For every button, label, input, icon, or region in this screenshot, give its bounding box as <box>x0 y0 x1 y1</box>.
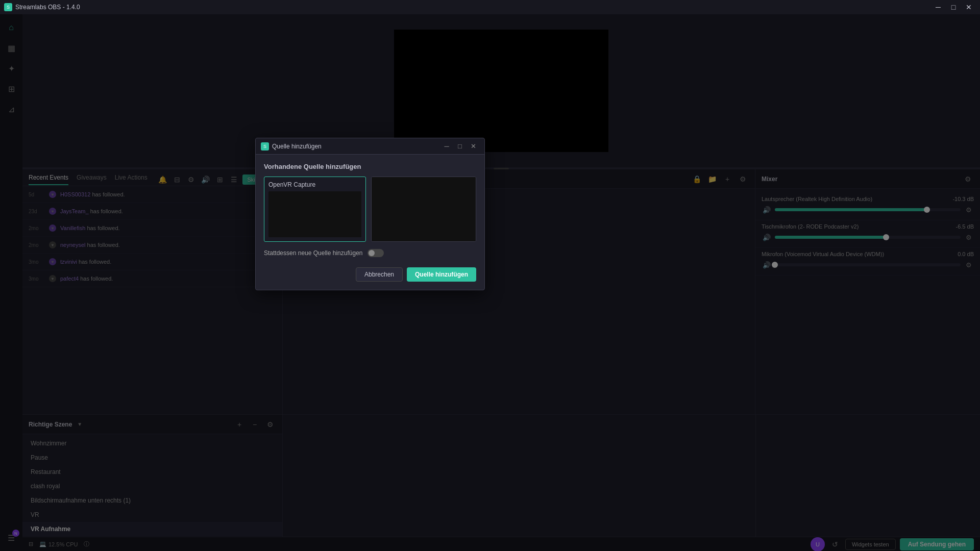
dialog-close-button[interactable]: ✕ <box>467 140 479 153</box>
dialog-toggle-row: Stattdessen neue Quelle hinzufügen <box>264 249 476 257</box>
titlebar-controls: ─ □ ✕ <box>931 0 976 14</box>
dialog-toggle-switch[interactable] <box>368 249 384 257</box>
dialog-title: Quelle hinzufügen <box>272 143 322 150</box>
dialog-cancel-button[interactable]: Abbrechen <box>356 267 403 282</box>
dialog-toggle-label: Stattdessen neue Quelle hinzufügen <box>264 249 362 257</box>
source-preview-black <box>268 191 361 237</box>
dialog-icon: S <box>261 142 269 151</box>
dialog-minimize-button[interactable]: ─ <box>440 140 453 153</box>
source-item-name: OpenVR Capture <box>268 181 361 188</box>
dialog-body: Vorhandene Quelle hinzufügen OpenVR Capt… <box>256 155 484 290</box>
titlebar-left: S Streamlabs OBS - 1.4.0 <box>4 3 80 11</box>
dialog-titlebar: S Quelle hinzufügen ─ □ ✕ <box>256 138 484 155</box>
dialog-subtitle: Vorhandene Quelle hinzufügen <box>264 163 476 170</box>
titlebar: S Streamlabs OBS - 1.4.0 ─ □ ✕ <box>0 0 980 14</box>
app-title: Streamlabs OBS - 1.4.0 <box>15 4 80 11</box>
dialog-sources: OpenVR Capture <box>264 177 476 242</box>
dialog-title-left: S Quelle hinzufügen <box>261 142 322 151</box>
toggle-knob <box>369 250 375 256</box>
minimize-button[interactable]: ─ <box>931 0 945 14</box>
add-source-dialog: S Quelle hinzufügen ─ □ ✕ Vorhandene Que… <box>255 138 485 290</box>
source-item-openvr[interactable]: OpenVR Capture <box>264 177 366 242</box>
close-button[interactable]: ✕ <box>962 0 976 14</box>
maximize-button[interactable]: □ <box>946 0 961 14</box>
dialog-maximize-button[interactable]: □ <box>454 140 466 153</box>
dialog-confirm-button[interactable]: Quelle hinzufügen <box>407 267 476 282</box>
source-preview-right <box>371 177 476 242</box>
modal-overlay <box>0 14 980 551</box>
app-logo: S <box>4 3 12 11</box>
dialog-controls: ─ □ ✕ <box>440 140 479 153</box>
dialog-footer: Abbrechen Quelle hinzufügen <box>264 265 476 282</box>
